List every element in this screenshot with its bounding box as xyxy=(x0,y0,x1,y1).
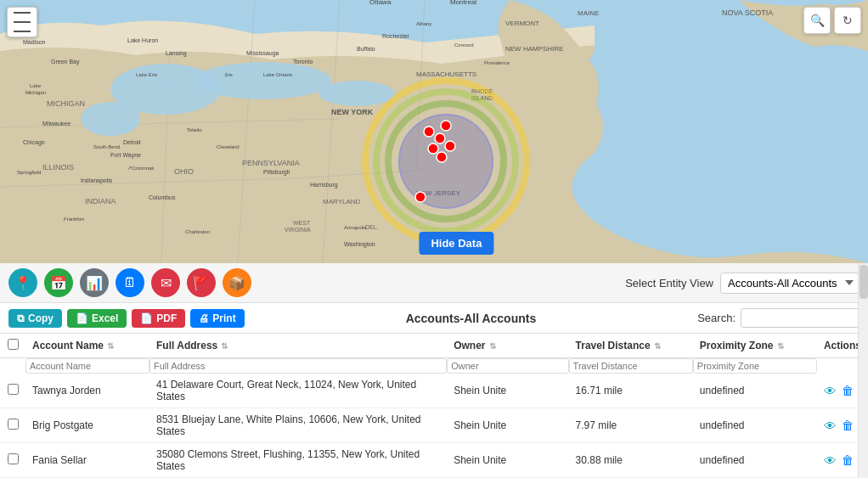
full-address-cell: 41 Delaware Court, Great Neck, 11024, Ne… xyxy=(149,374,447,408)
pdf-button[interactable]: 📄 PDF xyxy=(132,309,185,328)
account-name-cell: Tawnya Jorden xyxy=(25,374,149,408)
row-checkbox-1[interactable] xyxy=(8,419,19,430)
svg-text:Erie: Erie xyxy=(225,72,233,77)
search-input[interactable] xyxy=(741,308,860,328)
select-all-header[interactable] xyxy=(0,334,25,358)
svg-text:Fort Wayne: Fort Wayne xyxy=(110,152,141,159)
svg-text:Lansing: Lansing xyxy=(166,50,187,57)
select-all-checkbox[interactable] xyxy=(8,339,19,350)
view-icon-1[interactable]: 👁 xyxy=(824,419,837,433)
print-button[interactable]: 🖨 Print xyxy=(190,309,244,328)
filter-owner[interactable] xyxy=(447,358,568,374)
map-controls: 🔍 ↻ xyxy=(803,7,861,34)
account-name-header[interactable]: Account Name ⇅ xyxy=(25,334,149,358)
filter-row xyxy=(0,358,868,374)
owner-cell: Shein Unite xyxy=(447,374,568,408)
search-label: Search: xyxy=(697,312,736,324)
excel-icon: 📄 xyxy=(76,312,88,324)
excel-button[interactable]: 📄 Excel xyxy=(67,309,127,328)
svg-point-74 xyxy=(445,141,455,151)
svg-text:Ottawa: Ottawa xyxy=(369,0,392,6)
svg-text:WEST: WEST xyxy=(293,220,311,226)
svg-text:Lake: Lake xyxy=(30,83,42,88)
svg-text:Concord: Concord xyxy=(454,42,474,48)
delete-icon-2[interactable]: 🗑 xyxy=(842,453,854,467)
table-row: Fania Sellar 35080 Clemons Street, Flush… xyxy=(0,443,868,478)
svg-text:Lake Ontario: Lake Ontario xyxy=(263,72,293,77)
table-header-row: Account Name ⇅ Full Address ⇅ Owner xyxy=(0,334,868,358)
delete-icon-0[interactable]: 🗑 xyxy=(842,384,854,397)
copy-button[interactable]: ⧉ Copy xyxy=(8,309,62,328)
svg-text:OHIO: OHIO xyxy=(174,167,194,176)
svg-point-75 xyxy=(437,152,447,162)
svg-text:VERMONT: VERMONT xyxy=(505,20,539,27)
svg-text:Rochester: Rochester xyxy=(382,33,410,39)
svg-text:Annapolis: Annapolis xyxy=(344,225,366,230)
svg-text:Toledo: Toledo xyxy=(187,127,202,132)
svg-text:Providence: Providence xyxy=(484,60,510,65)
delete-icon-1[interactable]: 🗑 xyxy=(842,419,854,432)
mail-button[interactable]: ✉ xyxy=(151,268,180,297)
svg-text:Detroit: Detroit xyxy=(123,139,141,145)
view-icon-0[interactable]: 👁 xyxy=(824,384,837,398)
svg-text:MICHIGAN: MICHIGAN xyxy=(47,99,85,108)
owner-cell: Shein Unite xyxy=(447,408,568,443)
view-icon-2[interactable]: 👁 xyxy=(824,453,837,468)
svg-text:Buffalo: Buffalo xyxy=(357,46,375,52)
sort-icon-proximity: ⇅ xyxy=(777,341,784,351)
travel-distance-cell: 30.88 mile xyxy=(569,443,693,478)
owner-cell: Shein Unite xyxy=(447,443,568,478)
svg-text:Pittsburgh: Pittsburgh xyxy=(263,169,290,176)
map-search-button[interactable]: 🔍 xyxy=(803,7,831,34)
scrollbar[interactable] xyxy=(858,263,868,478)
accounts-table: Account Name ⇅ Full Address ⇅ Owner xyxy=(0,334,868,478)
entity-view-label: Select Entity View xyxy=(625,277,713,290)
svg-text:Washington: Washington xyxy=(344,241,375,248)
svg-text:Springfield: Springfield xyxy=(17,170,41,175)
filter-account-name[interactable] xyxy=(25,358,149,374)
svg-text:Albany: Albany xyxy=(416,21,431,26)
full-address-header[interactable]: Full Address ⇅ xyxy=(149,334,447,358)
row-checkbox-0[interactable] xyxy=(8,384,19,395)
table-row: Tawnya Jorden 41 Delaware Court, Great N… xyxy=(0,374,868,408)
travel-distance-cell: 7.97 mile xyxy=(569,408,693,443)
svg-text:NOVA SCOTIA: NOVA SCOTIA xyxy=(722,8,773,17)
flag-button[interactable]: 🚩 xyxy=(187,268,216,297)
menu-button[interactable] xyxy=(7,7,37,37)
full-address-cell: 8531 Bluejay Lane, White Plains, 10606, … xyxy=(149,408,447,443)
location-icon-button[interactable]: 📍 xyxy=(8,268,37,297)
row-checkbox-2[interactable] xyxy=(8,453,19,464)
pdf-icon: 📄 xyxy=(140,312,153,324)
grid-button[interactable]: 🗓 xyxy=(116,268,144,297)
table-body: Tawnya Jorden 41 Delaware Court, Great N… xyxy=(0,374,868,478)
filter-travel-distance[interactable] xyxy=(569,358,693,374)
sort-icon-owner: ⇅ xyxy=(489,341,496,351)
map-refresh-button[interactable]: ↻ xyxy=(834,7,861,34)
owner-header[interactable]: Owner ⇅ xyxy=(447,334,568,358)
proximity-zone-header[interactable]: Proximity Zone ⇅ xyxy=(693,334,817,358)
proximity-zone-cell: undefined xyxy=(693,408,817,443)
calendar-green-button[interactable]: 📅 xyxy=(44,268,73,297)
svg-text:Lake Huron: Lake Huron xyxy=(127,37,158,43)
scroll-thumb[interactable] xyxy=(860,265,868,299)
data-section: ⧉ Copy 📄 Excel 📄 PDF 🖨 Print Accounts-Al… xyxy=(0,303,868,478)
svg-text:Toronto: Toronto xyxy=(293,59,313,65)
chart-button[interactable]: 📊 xyxy=(80,268,109,297)
svg-text:ILLINOIS: ILLINOIS xyxy=(42,163,74,172)
svg-point-71 xyxy=(441,121,451,131)
svg-text:INDIANA: INDIANA xyxy=(85,197,116,205)
svg-text:Green Bay: Green Bay xyxy=(51,59,80,65)
hide-data-button[interactable]: Hide Data xyxy=(419,232,493,255)
travel-distance-cell: 16.71 mile xyxy=(569,374,693,408)
print-icon: 🖨 xyxy=(199,312,209,324)
filter-full-address[interactable] xyxy=(149,358,447,374)
box-button[interactable]: 📦 xyxy=(223,268,251,297)
table-title: Accounts-All Accounts xyxy=(250,312,692,325)
svg-text:NEW YORK: NEW YORK xyxy=(331,108,374,116)
data-header: ⧉ Copy 📄 Excel 📄 PDF 🖨 Print Accounts-Al… xyxy=(0,303,868,334)
entity-view-select[interactable]: Accounts-All Accounts Contacts-All Conta… xyxy=(720,273,860,294)
svg-text:VIRGINIA: VIRGINIA xyxy=(285,227,311,233)
filter-proximity-zone[interactable] xyxy=(693,358,817,374)
svg-point-70 xyxy=(424,127,434,137)
travel-distance-header[interactable]: Travel Distance ⇅ xyxy=(569,334,693,358)
